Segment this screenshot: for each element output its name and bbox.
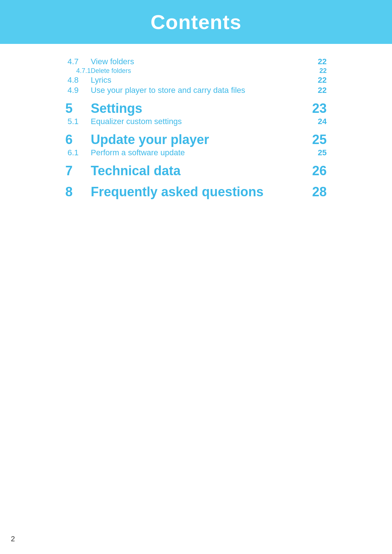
toc-label-4.7: View folders <box>91 57 312 66</box>
toc-label-5: Settings <box>91 101 312 116</box>
header-banner: Contents <box>0 0 392 44</box>
toc-page-6.1: 25 <box>312 148 327 157</box>
toc-label-6.1: Perform a software update <box>91 148 312 157</box>
toc-label-4.8: Lyrics <box>91 75 312 85</box>
toc-group-4: 4.7 View folders 22 4.7.1 Delete folders… <box>65 57 327 95</box>
toc-num-5: 5 <box>65 101 91 116</box>
toc-num-6: 6 <box>65 132 91 147</box>
toc-num-4.7: 4.7 <box>65 57 91 66</box>
toc-label-7: Technical data <box>91 163 312 178</box>
toc-row-8[interactable]: 8 Frequently asked questions 28 <box>65 184 327 200</box>
content-area: 4.7 View folders 22 4.7.1 Delete folders… <box>0 44 392 224</box>
page-number: 2 <box>11 535 15 543</box>
toc-page-4.8: 22 <box>312 75 327 85</box>
toc-row-5.1[interactable]: 5.1 Equalizer custom settings 24 <box>65 117 327 126</box>
toc-row-4.7.1[interactable]: 4.7.1 Delete folders 22 <box>65 67 327 75</box>
toc-label-6: Update your player <box>91 132 312 147</box>
toc-page-5.1: 24 <box>312 117 327 126</box>
toc-label-8: Frequently asked questions <box>91 184 312 200</box>
toc-page-5: 23 <box>312 101 327 116</box>
toc-group-7: 7 Technical data 26 <box>65 163 327 178</box>
toc-page-4.9: 22 <box>312 86 327 95</box>
toc-num-6.1: 6.1 <box>65 148 91 157</box>
toc-group-5: 5 Settings 23 5.1 Equalizer custom setti… <box>65 101 327 126</box>
toc-num-5.1: 5.1 <box>65 117 91 126</box>
toc-label-5.1: Equalizer custom settings <box>91 117 312 126</box>
toc-page-6: 25 <box>312 132 327 147</box>
toc-row-4.8[interactable]: 4.8 Lyrics 22 <box>65 75 327 85</box>
toc-page-4.7: 22 <box>312 57 327 66</box>
toc-row-4.7[interactable]: 4.7 View folders 22 <box>65 57 327 66</box>
toc-group-8: 8 Frequently asked questions 28 <box>65 184 327 200</box>
toc-label-4.9: Use your player to store and carry data … <box>91 86 312 95</box>
toc-num-7: 7 <box>65 163 91 178</box>
toc-row-5[interactable]: 5 Settings 23 <box>65 101 327 116</box>
toc-num-8: 8 <box>65 184 91 200</box>
toc-page-4.7.1: 22 <box>312 67 327 75</box>
toc-row-4.9[interactable]: 4.9 Use your player to store and carry d… <box>65 86 327 95</box>
toc-num-4.8: 4.8 <box>65 75 91 85</box>
toc-page-7: 26 <box>312 163 327 178</box>
page-title: Contents <box>7 10 385 34</box>
toc-row-6.1[interactable]: 6.1 Perform a software update 25 <box>65 148 327 157</box>
toc-num-4.9: 4.9 <box>65 86 91 95</box>
page-container: Contents 4.7 View folders 22 4.7.1 Delet… <box>0 0 392 554</box>
toc-label-4.7.1: Delete folders <box>91 67 312 75</box>
toc-group-6: 6 Update your player 25 6.1 Perform a so… <box>65 132 327 157</box>
toc-page-8: 28 <box>312 184 327 200</box>
toc-row-6[interactable]: 6 Update your player 25 <box>65 132 327 147</box>
toc-row-7[interactable]: 7 Technical data 26 <box>65 163 327 178</box>
toc-num-4.7.1: 4.7.1 <box>65 67 91 75</box>
